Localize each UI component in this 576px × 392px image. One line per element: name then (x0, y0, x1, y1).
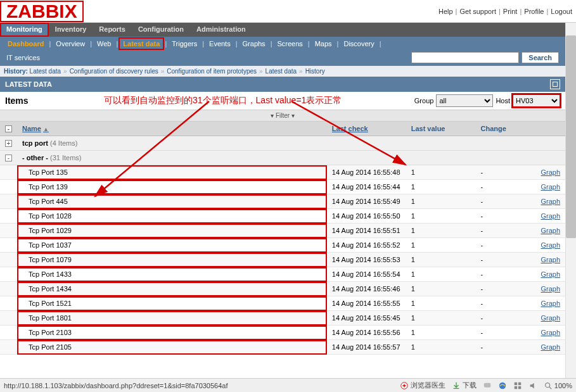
expand-icon[interactable]: + (5, 140, 12, 147)
item-last-value: 1 (406, 209, 476, 224)
table-row: Tcp Port 13914 Aug 2014 16:55:441-Graph (0, 180, 565, 194)
scrollbar[interactable] (565, 23, 576, 378)
item-last-value: 1 (406, 282, 476, 296)
status-download[interactable]: 下载 (452, 381, 477, 390)
logo: ZABBIX (0, 1, 84, 22)
status-chat-icon[interactable] (483, 381, 492, 390)
top-link-help[interactable]: Help (438, 8, 453, 15)
status-url: http://10.188.1.103/zabbix/dashboard.php… (4, 382, 228, 389)
filter-toggle[interactable]: Filter (0, 110, 565, 122)
group-select[interactable]: all (436, 94, 493, 107)
nav1-inventory[interactable]: Inventory (49, 23, 93, 37)
item-name: Tcp Port 1029 (17, 224, 327, 238)
nav1-configuration[interactable]: Configuration (132, 23, 190, 37)
top-link-print[interactable]: Print (503, 8, 518, 15)
graph-link[interactable]: Graph (541, 343, 560, 351)
item-change: - (475, 340, 535, 355)
graph-link[interactable]: Graph (541, 241, 560, 249)
nav2-overview[interactable]: Overview (52, 38, 89, 49)
table-row: Tcp Port 102914 Aug 2014 16:55:511-Graph (0, 224, 565, 238)
nav-it-services[interactable]: IT services (4, 53, 42, 63)
history-crumb[interactable]: Configuration of item prototypes (167, 68, 257, 75)
search-button[interactable]: Search (522, 52, 559, 63)
item-name: Tcp Port 1079 (17, 253, 327, 267)
graph-link[interactable]: Graph (541, 227, 560, 234)
item-last-value: 1 (406, 326, 476, 340)
table-header-row: - Name▲ Last check Last value Change (0, 122, 565, 136)
status-sound-icon[interactable] (528, 381, 537, 390)
items-bar: Items 可以看到自动监控到的31个监听端口，Last value=1表示正常… (0, 92, 565, 110)
table-row: Tcp Port 210314 Aug 2014 16:55:561-Graph (0, 326, 565, 340)
graph-link[interactable]: Graph (541, 256, 560, 263)
nav2-dashboard[interactable]: Dashboard (4, 38, 48, 49)
graph-link[interactable]: Graph (541, 198, 560, 205)
nav2-web[interactable]: Web (93, 38, 115, 49)
graph-link[interactable]: Graph (541, 183, 560, 191)
col-last-value[interactable]: Last value (406, 122, 476, 136)
history-crumb[interactable]: Latest data (30, 68, 61, 75)
nav-sub: Dashboard|Overview|Web|Latest data|Trigg… (0, 37, 565, 51)
item-last-check: 14 Aug 2014 16:55:46 (327, 282, 406, 296)
nav2-latest-data[interactable]: Latest data (119, 38, 163, 49)
nav1-monitoring[interactable]: Monitoring (0, 23, 49, 37)
graph-link[interactable]: Graph (541, 329, 560, 336)
item-change: - (475, 165, 535, 180)
col-change[interactable]: Change (475, 122, 535, 136)
group-row[interactable]: -- other - (31 Items) (0, 151, 565, 165)
topbar: ZABBIX Help|Get support|Print|Profile|Lo… (0, 0, 576, 23)
col-last-check[interactable]: Last check (327, 122, 406, 136)
graph-link[interactable]: Graph (541, 212, 560, 220)
nav2-graphs[interactable]: Graphs (239, 38, 269, 49)
graph-link[interactable]: Graph (541, 168, 560, 176)
history-crumb[interactable]: History (305, 68, 325, 75)
item-change: - (475, 238, 535, 253)
nav1-reports[interactable]: Reports (93, 23, 132, 37)
nav2-triggers[interactable]: Triggers (168, 38, 201, 49)
item-last-check: 14 Aug 2014 16:55:50 (327, 209, 406, 224)
top-link-logout[interactable]: Logout (551, 8, 572, 15)
nav2-discovery[interactable]: Discovery (340, 38, 378, 49)
zoom-icon (544, 381, 553, 390)
plus-icon (400, 381, 409, 390)
top-link-profile[interactable]: Profile (524, 8, 544, 15)
item-last-check: 14 Aug 2014 16:55:52 (327, 238, 406, 253)
graph-link[interactable]: Graph (541, 270, 560, 278)
graph-link[interactable]: Graph (541, 285, 560, 293)
item-change: - (475, 311, 535, 326)
status-windows-icon[interactable] (513, 381, 522, 390)
status-ie-icon[interactable] (498, 381, 507, 390)
nav2-events[interactable]: Events (205, 38, 234, 49)
nav-sub2: IT services Search (0, 51, 565, 66)
graph-link[interactable]: Graph (541, 300, 560, 307)
item-last-value: 1 (406, 340, 476, 355)
expand-icon[interactable]: - (5, 155, 12, 161)
top-link-get-support[interactable]: Get support (459, 8, 496, 15)
fullscreen-icon[interactable] (550, 79, 560, 89)
items-title: Items (5, 96, 100, 106)
nav1-administration[interactable]: Administration (190, 23, 252, 37)
group-row[interactable]: +tcp port (4 Items) (0, 136, 565, 151)
item-last-value: 1 (406, 194, 476, 209)
item-last-check: 14 Aug 2014 16:55:44 (327, 180, 406, 194)
item-last-check: 14 Aug 2014 16:55:51 (327, 224, 406, 238)
nav2-maps[interactable]: Maps (311, 38, 336, 49)
expand-all-column[interactable]: - (0, 122, 17, 136)
item-last-check: 14 Aug 2014 16:55:49 (327, 194, 406, 209)
status-zoom[interactable]: 100% (544, 381, 572, 390)
graph-link[interactable]: Graph (541, 314, 560, 322)
item-name: Tcp Port 139 (17, 180, 327, 194)
search-input[interactable] (411, 52, 519, 63)
item-last-value: 1 (406, 267, 476, 282)
host-select[interactable]: HV03 (513, 94, 560, 107)
status-bar: http://10.188.1.103/zabbix/dashboard.php… (0, 378, 576, 392)
item-name: Tcp Port 1028 (17, 209, 327, 224)
nav2-screens[interactable]: Screens (273, 38, 306, 49)
col-name[interactable]: Name▲ (17, 122, 327, 136)
item-last-value: 1 (406, 253, 476, 267)
status-doctor[interactable]: 浏览器医生 (400, 381, 445, 390)
item-last-value: 1 (406, 224, 476, 238)
item-name: Tcp Port 2105 (17, 340, 327, 355)
history-crumb[interactable]: Latest data (266, 68, 297, 75)
item-last-value: 1 (406, 238, 476, 253)
history-crumb[interactable]: Configuration of discovery rules (70, 68, 158, 75)
